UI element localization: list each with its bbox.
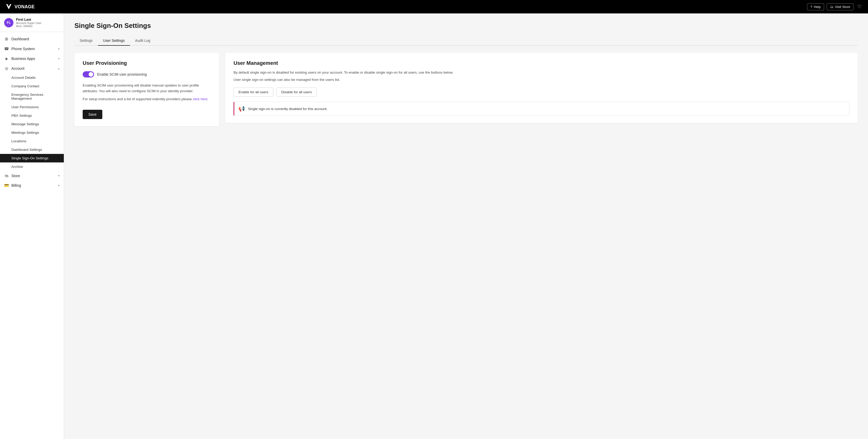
logo-text: VONAGE — [14, 4, 35, 9]
scim-toggle-label: Enable SCIM user provisioning — [97, 72, 147, 76]
tab-bar: Settings User Settings Audit Log — [74, 36, 858, 46]
sso-status-box: 📢 Single sign-on is currently disabled f… — [234, 102, 849, 116]
sidebar-item-billing[interactable]: 💳 Billing ▾ — [0, 181, 64, 190]
page-title: Single Sign-On Settings — [74, 22, 858, 30]
sidebar-item-account-details[interactable]: Account Details — [0, 73, 64, 82]
scim-toggle[interactable] — [83, 71, 94, 77]
scim-description-2: For setup instructions and a list of sup… — [83, 96, 211, 102]
store-nav-icon: 🛍 — [4, 174, 9, 178]
sidebar: FL First Last Account Super User Acct: 3… — [0, 13, 64, 439]
user-management-title: User Management — [234, 60, 849, 66]
user-provisioning-card: User Provisioning Enable SCIM user provi… — [74, 53, 219, 126]
sidebar-label-phone-system: Phone System — [11, 47, 35, 51]
user-info: First Last Account Super User Acct: 3364… — [16, 18, 41, 28]
sidebar-item-archive[interactable]: Archive — [0, 162, 64, 171]
phone-icon: ☎ — [4, 46, 9, 51]
chevron-down-icon: ▾ — [58, 57, 60, 60]
tab-audit-log[interactable]: Audit Log — [130, 36, 156, 46]
sidebar-item-meetings-settings[interactable]: Meetings Settings — [0, 128, 64, 137]
megaphone-icon: 📢 — [239, 105, 245, 112]
apps-icon: ◈ — [4, 56, 9, 61]
user-management-desc-2: User single sign-on settings can also be… — [234, 77, 849, 83]
sidebar-item-emergency-services[interactable]: Emergency Services Management — [0, 90, 64, 103]
user-management-desc-1: By default single sign-on is disabled fo… — [234, 70, 849, 75]
help-button[interactable]: ? Help — [807, 3, 824, 10]
user-provisioning-title: User Provisioning — [83, 60, 211, 66]
sidebar-item-account[interactable]: ◎ Account ▴ — [0, 64, 64, 73]
user-profile[interactable]: FL First Last Account Super User Acct: 3… — [0, 13, 64, 32]
user-management-card: User Management By default single sign-o… — [225, 53, 858, 123]
main-content: Single Sign-On Settings Settings User Se… — [64, 13, 868, 439]
sidebar-item-locations[interactable]: Locations — [0, 137, 64, 146]
avatar: FL — [4, 18, 13, 27]
user-name: First Last — [16, 18, 41, 22]
sidebar-item-business-apps[interactable]: ◈ Business Apps ▾ — [0, 54, 64, 64]
scim-toggle-row: Enable SCIM user provisioning — [83, 71, 211, 77]
sso-status-text: Single sign-on is currently disabled for… — [248, 107, 328, 111]
store-icon: 🗂 — [830, 5, 833, 9]
tab-settings[interactable]: Settings — [74, 36, 98, 46]
chevron-down-icon: ▾ — [58, 174, 60, 178]
app-layout: FL First Last Account Super User Acct: 3… — [0, 13, 868, 439]
wishlist-button[interactable]: ♡ — [856, 3, 863, 11]
sidebar-item-user-permissions[interactable]: User Permissions — [0, 103, 64, 111]
sidebar-label-business-apps: Business Apps — [11, 57, 35, 61]
chevron-up-icon: ▴ — [58, 67, 60, 70]
user-management-actions: Enable for all users Disable for all use… — [234, 88, 849, 97]
chevron-down-icon: ▾ — [58, 184, 60, 187]
account-icon: ◎ — [4, 66, 9, 71]
top-navigation: VONAGE ? Help 🗂 Visit Store ♡ — [0, 0, 868, 13]
user-acct: Acct: 336462 — [16, 25, 41, 28]
disable-all-users-button[interactable]: Disable for all users — [276, 88, 317, 97]
sidebar-item-dashboard-settings[interactable]: Dashboard Settings — [0, 146, 64, 154]
billing-icon: 💳 — [4, 183, 9, 188]
save-button[interactable]: Save — [83, 110, 102, 119]
sidebar-item-single-sign-on[interactable]: Single Sign-On Settings — [0, 154, 64, 162]
scim-description-1: Enabling SCIM user provisioning will dis… — [83, 83, 211, 94]
visit-store-button[interactable]: 🗂 Visit Store — [827, 3, 854, 10]
sidebar-item-company-contact[interactable]: Company Contact — [0, 82, 64, 90]
sidebar-label-dashboard: Dashboard — [11, 37, 29, 41]
sidebar-navigation: ⊞ Dashboard ☎ Phone System ▾ ◈ Business … — [0, 32, 64, 192]
dashboard-icon: ⊞ — [4, 37, 9, 41]
sidebar-item-phone-system[interactable]: ☎ Phone System ▾ — [0, 44, 64, 54]
content-cards: User Provisioning Enable SCIM user provi… — [74, 53, 858, 126]
sidebar-item-pbx-settings[interactable]: PBX Settings — [0, 111, 64, 120]
sidebar-item-message-settings[interactable]: Message Settings — [0, 120, 64, 128]
user-role: Account Super User — [16, 22, 41, 25]
sidebar-label-billing: Billing — [11, 183, 21, 187]
help-icon: ? — [810, 5, 812, 9]
click-here-link[interactable]: click here. — [193, 97, 209, 101]
sidebar-item-dashboard[interactable]: ⊞ Dashboard — [0, 34, 64, 44]
enable-all-users-button[interactable]: Enable for all users — [234, 88, 273, 97]
vonage-logo[interactable]: VONAGE — [5, 3, 35, 10]
sidebar-label-store: Store — [11, 174, 20, 178]
sidebar-label-account: Account — [11, 66, 25, 70]
svg-marker-0 — [6, 4, 11, 9]
tab-user-settings[interactable]: User Settings — [98, 36, 130, 46]
chevron-down-icon: ▾ — [58, 47, 60, 51]
topnav-actions: ? Help 🗂 Visit Store ♡ — [807, 3, 863, 11]
sidebar-item-store[interactable]: 🛍 Store ▾ — [0, 171, 64, 181]
